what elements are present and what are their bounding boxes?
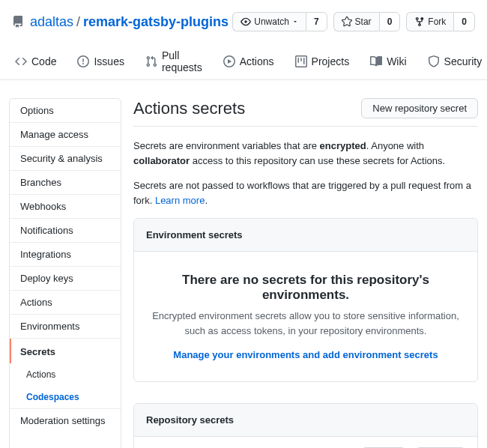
sidebar-item-environments[interactable]: Environments [10,315,121,339]
caret-down-icon [292,19,298,25]
new-secret-button[interactable]: New repository secret [361,98,478,118]
sidebar-item-integrations[interactable]: Integrations [10,243,121,267]
secret-row: NPM_TOKEN Updated 2 minutes ago Update R… [134,437,477,448]
repo-secrets-box: Repository secrets NPM_TOKEN Updated 2 m… [133,403,478,448]
repo-name: adaltas / remark-gatsby-plugins [12,14,229,30]
play-icon [223,55,235,67]
star-count[interactable]: 0 [379,12,401,31]
sidebar-item-security[interactable]: Security & analysis [10,147,121,171]
content: Actions secrets New repository secret Se… [133,98,478,448]
star-button[interactable]: Star [333,12,379,31]
code-icon [15,55,27,67]
env-secrets-box: Environment secrets There are no secrets… [133,218,478,382]
env-empty-desc: Encrypted environment secrets allow you … [149,309,462,338]
sidebar-item-actions[interactable]: Actions [10,291,121,315]
main: Options Manage access Security & analysi… [0,80,487,448]
book-icon [370,55,382,67]
env-empty-title: There are no secrets for this repository… [149,273,462,303]
tab-pulls[interactable]: Pull requests [136,43,211,79]
tab-wiki-label: Wiki [387,55,406,67]
sidebar-item-secrets-actions[interactable]: Actions [10,363,121,386]
desc-2: Secrets are not passed to workflows that… [133,178,478,208]
repo-tabs: Code Issues Pull requests Actions Projec… [0,43,487,80]
tab-security[interactable]: Security [419,49,487,73]
tab-issues[interactable]: Issues [68,49,133,73]
shield-icon [428,55,440,67]
unwatch-label: Unwatch [254,15,289,28]
unwatch-button[interactable]: Unwatch [232,12,306,31]
sidebar-item-secrets-codespaces[interactable]: Codespaces [10,386,121,408]
page-head: Actions secrets New repository secret [133,98,478,127]
star-icon [342,16,352,27]
repo-actions: Unwatch 7 Star 0 Fork 0 [232,12,475,31]
tab-actions[interactable]: Actions [214,49,283,73]
learn-more-link[interactable]: Learn more [155,195,205,206]
tab-pulls-label: Pull requests [162,49,202,73]
sidebar-item-access[interactable]: Manage access [10,123,121,147]
page-title: Actions secrets [133,99,245,118]
tab-projects-label: Projects [312,55,350,67]
repo-header: adaltas / remark-gatsby-plugins Unwatch … [0,0,487,31]
tab-actions-label: Actions [240,55,274,67]
watch-count[interactable]: 7 [306,12,327,31]
star-label: Star [355,15,372,28]
fork-count[interactable]: 0 [453,12,475,31]
tab-wiki[interactable]: Wiki [361,49,415,73]
sidebar-item-deploy[interactable]: Deploy keys [10,267,121,291]
sidebar-item-branches[interactable]: Branches [10,171,121,195]
env-secrets-body: There are no secrets for this repository… [134,252,477,381]
repo-secrets-header: Repository secrets [134,404,477,437]
tab-code[interactable]: Code [6,49,65,73]
sidebar-item-webhooks[interactable]: Webhooks [10,195,121,219]
repo-title-row: adaltas / remark-gatsby-plugins Unwatch … [12,12,475,31]
tab-code-label: Code [31,55,56,67]
fork-button[interactable]: Fork [406,12,453,31]
pull-icon [145,55,157,67]
issue-icon [77,55,89,67]
tab-projects[interactable]: Projects [286,49,359,73]
repo-name-link[interactable]: remark-gatsby-plugins [83,14,229,30]
sidebar-item-secrets[interactable]: Secrets [10,339,121,363]
fork-label: Fork [428,15,446,28]
sidebar-item-notifications[interactable]: Notifications [10,219,121,243]
repo-owner-link[interactable]: adaltas [30,14,73,30]
tab-security-label: Security [444,55,483,67]
env-secrets-header: Environment secrets [134,219,477,252]
project-icon [295,55,307,67]
fork-icon [414,16,425,27]
repo-icon [12,16,24,28]
sidebar-item-moderation[interactable]: Moderation settings [10,408,121,432]
sidebar: Options Manage access Security & analysi… [9,98,121,448]
tab-issues-label: Issues [94,55,124,67]
sidebar-item-options[interactable]: Options [10,99,121,123]
manage-env-link[interactable]: Manage your environments and add environ… [173,349,438,360]
eye-icon [241,16,251,27]
repo-sep: / [76,14,80,30]
desc-1: Secrets are environment variables that a… [133,139,478,168]
